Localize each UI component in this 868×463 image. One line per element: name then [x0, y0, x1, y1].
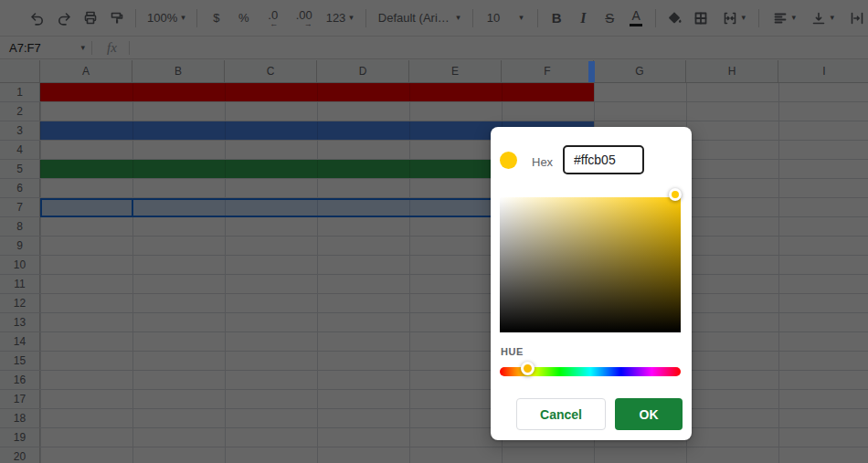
cancel-button[interactable]: Cancel [516, 398, 606, 430]
hex-input[interactable] [563, 145, 644, 174]
ok-button[interactable]: OK [615, 398, 683, 430]
sheets-app: 100% ▾ $ % .0 ← .00 → 123 ▾ Defaul [0, 0, 868, 463]
hue-label: HUE [501, 346, 524, 357]
saturation-area[interactable] [500, 197, 681, 332]
hex-label: Hex [532, 155, 553, 169]
saturation-handle[interactable] [669, 188, 682, 201]
modal-overlay[interactable] [0, 0, 868, 463]
hue-handle[interactable] [521, 362, 535, 375]
custom-color-dialog: Hex HUE Cancel OK [491, 127, 692, 440]
column-f-selection-strip [588, 61, 595, 82]
color-swatch [500, 152, 517, 169]
